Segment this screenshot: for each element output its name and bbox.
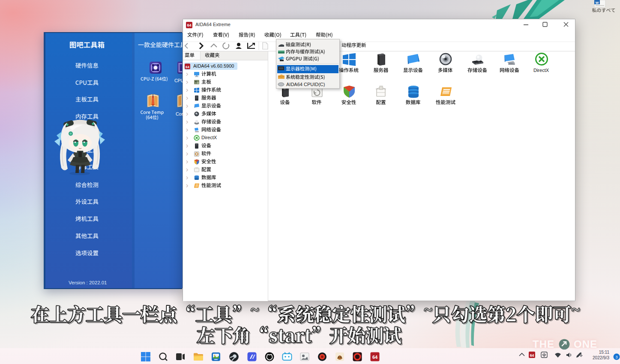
svg-text:64: 64 [372, 355, 378, 360]
svg-text:64: 64 [186, 65, 189, 69]
svg-text:W: W [596, 1, 599, 5]
svg-text:64: 64 [530, 353, 534, 358]
svg-text:64: 64 [187, 23, 191, 27]
svg-text:3: 3 [615, 355, 617, 359]
